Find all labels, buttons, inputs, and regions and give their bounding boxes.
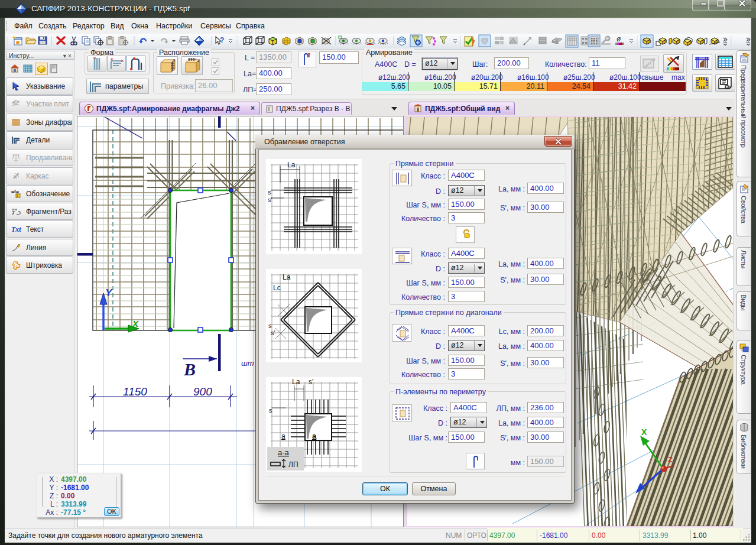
svg-text:Z: Z: [668, 455, 673, 464]
svg-text:а-а: а-а: [12, 207, 17, 211]
svg-text:B: B: [183, 359, 196, 379]
svg-text:La: La: [283, 273, 291, 281]
svg-text:1: 1: [17, 194, 18, 197]
svg-text:900: 900: [193, 385, 212, 398]
svg-text:Y: Y: [105, 287, 113, 299]
svg-text:1150: 1150: [123, 385, 147, 398]
svg-text:X: X: [641, 427, 647, 437]
svg-text:?: ?: [220, 36, 224, 44]
svg-text:a: a: [312, 432, 317, 440]
svg-text:s': s': [268, 196, 272, 203]
svg-text:ЛП: ЛП: [288, 460, 298, 469]
svg-text:s': s': [309, 378, 313, 386]
svg-text:z: z: [197, 59, 200, 63]
svg-text:a-a: a-a: [278, 448, 290, 457]
svg-text:Lc: Lc: [273, 284, 281, 292]
svg-text:а: а: [14, 189, 16, 192]
svg-text:La: La: [287, 161, 296, 169]
svg-text:x: x: [173, 58, 176, 62]
svg-text:X: X: [132, 319, 139, 329]
svg-text:шт: шт: [241, 359, 254, 368]
svg-text:ø: ø: [617, 35, 621, 43]
svg-text:5: 5: [607, 36, 609, 40]
svg-text:s: s: [268, 189, 271, 196]
svg-text:Txt: Txt: [11, 225, 21, 233]
svg-text:La: La: [292, 378, 300, 386]
svg-text:s: s: [268, 322, 272, 329]
svg-text:a: a: [281, 432, 285, 440]
svg-text:s': s': [271, 329, 275, 336]
